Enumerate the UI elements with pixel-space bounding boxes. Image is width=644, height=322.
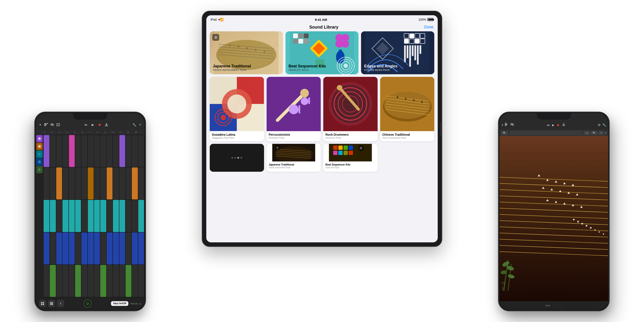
- featured-card-japanese[interactable]: ⚙ Japanese Traditional TOUCH INSTRUMENT …: [210, 31, 283, 74]
- beat-cell[interactable]: [75, 232, 81, 264]
- beat-cell[interactable]: [132, 135, 138, 167]
- beat-cell[interactable]: [69, 168, 75, 200]
- pack-card-rock[interactable]: Rock Drummers Drummer Pack: [323, 77, 378, 141]
- koto-play[interactable]: ▶: [552, 124, 554, 127]
- zoom-in-button[interactable]: 🔍: [591, 131, 598, 135]
- beat-cell[interactable]: [138, 265, 144, 297]
- koto-instrument[interactable]: 竹 音: [500, 136, 608, 301]
- beat-cell[interactable]: [94, 265, 100, 297]
- koto-gear-icon[interactable]: ⚙: [598, 123, 601, 127]
- beat-cell[interactable]: [88, 232, 94, 264]
- pack-card-percussionists[interactable]: Percussionists Drummer Pack: [266, 77, 321, 141]
- beat-cell[interactable]: [81, 135, 87, 167]
- track-view-icon[interactable]: ▾: [38, 122, 42, 127]
- beat-cell[interactable]: [126, 168, 132, 200]
- beat-cell[interactable]: [81, 265, 87, 297]
- beat-cell[interactable]: [100, 200, 106, 232]
- featured-card-beat[interactable]: Beat Sequencer Kits DRUM KIT PACK: [286, 31, 359, 74]
- track-label-4[interactable]: [36, 158, 43, 166]
- beat-cell[interactable]: [81, 232, 87, 264]
- beat-cell[interactable]: [50, 232, 56, 264]
- beat-cell[interactable]: [75, 135, 81, 167]
- beat-cell[interactable]: [75, 168, 81, 200]
- wrench-icon[interactable]: 🔧: [132, 122, 136, 127]
- rewind-button[interactable]: ⏮: [84, 122, 88, 127]
- beat-cell[interactable]: [107, 168, 112, 200]
- beat-cell[interactable]: [88, 200, 94, 232]
- power-button[interactable]: ⏻: [84, 300, 92, 308]
- beat-cell[interactable]: [44, 200, 49, 232]
- beat-cell[interactable]: [69, 265, 75, 297]
- track-label-2[interactable]: [36, 143, 43, 150]
- pack-card-beat2[interactable]: ⚙ Beat Sequencer Kits Drum Kit Pack: [323, 144, 378, 172]
- beat-cell[interactable]: [107, 232, 112, 264]
- track-label-1[interactable]: [36, 135, 43, 142]
- beat-cell[interactable]: [88, 168, 94, 200]
- beat-cell[interactable]: [56, 232, 62, 264]
- beat-cell[interactable]: [126, 265, 132, 297]
- beat-cell[interactable]: [81, 168, 87, 200]
- loop-range-button[interactable]: ♡: [599, 131, 604, 135]
- koto-ruler-add[interactable]: +: [605, 131, 606, 134]
- metronome-button[interactable]: [104, 122, 108, 127]
- beat-cell[interactable]: [138, 135, 144, 167]
- beat-cell[interactable]: [119, 265, 125, 297]
- koto-back-icon[interactable]: ▾: [502, 124, 503, 127]
- beat-cell[interactable]: [88, 265, 94, 297]
- beat-cell[interactable]: [138, 232, 144, 264]
- beat-cell[interactable]: [56, 265, 62, 297]
- beat-cell[interactable]: [81, 200, 87, 232]
- koto-eq-icon[interactable]: ≡≡≡: [545, 304, 550, 307]
- beat-cell[interactable]: [113, 265, 119, 297]
- beat-cell[interactable]: [113, 232, 119, 264]
- beat-cell[interactable]: [107, 200, 112, 232]
- info-button[interactable]: ℹ: [57, 300, 64, 307]
- beat-cell[interactable]: [94, 232, 100, 264]
- beat-cell[interactable]: [62, 168, 68, 200]
- beat-cell[interactable]: [44, 168, 49, 200]
- beat-cell[interactable]: [100, 168, 106, 200]
- beat-cell[interactable]: [126, 200, 132, 232]
- beat-cell[interactable]: [94, 168, 100, 200]
- beat-cell[interactable]: [44, 265, 49, 297]
- beat-cell[interactable]: [119, 232, 125, 264]
- scroll-bar[interactable]: [509, 131, 583, 135]
- beat-cell[interactable]: [88, 135, 94, 167]
- beat-cell[interactable]: [69, 135, 75, 167]
- done-button[interactable]: Done: [424, 25, 434, 30]
- pack-card-japanese2[interactable]: ⚙ Japanese Traditional Touch Instrument …: [266, 144, 321, 172]
- record-button[interactable]: ⏺: [98, 122, 102, 127]
- beat-cell[interactable]: [138, 168, 144, 200]
- beat-cell[interactable]: [56, 168, 62, 200]
- beat-cell[interactable]: [69, 200, 75, 232]
- beat-cell[interactable]: [50, 265, 56, 297]
- step-on-off-button[interactable]: Step On/Off: [111, 301, 128, 306]
- settings-icon[interactable]: ⚙: [212, 34, 219, 41]
- beat-cell[interactable]: [75, 265, 81, 297]
- beat-cell[interactable]: [62, 135, 68, 167]
- beat-cell[interactable]: [69, 232, 75, 264]
- beat-cell[interactable]: [107, 265, 112, 297]
- track-label-3[interactable]: [36, 150, 43, 158]
- beat-cell[interactable]: [132, 265, 138, 297]
- koto-mixer-icon[interactable]: [510, 123, 514, 127]
- add-track-icon[interactable]: +: [138, 122, 142, 127]
- beat-cell[interactable]: [56, 135, 62, 167]
- koto-metronome[interactable]: [562, 123, 565, 127]
- beat-cell[interactable]: [56, 200, 62, 232]
- beat-cell[interactable]: [126, 135, 132, 167]
- pad-view-button[interactable]: [48, 300, 55, 307]
- beat-cell[interactable]: [100, 232, 106, 264]
- koto-wrench-icon[interactable]: 🔧: [602, 123, 606, 127]
- zoom-out-button[interactable]: 🔍: [501, 131, 508, 135]
- beat-cell[interactable]: [107, 135, 112, 167]
- play-button[interactable]: ▶: [90, 122, 95, 127]
- velocity-control[interactable]: Velocity ▲: [130, 302, 142, 305]
- beat-cell[interactable]: [50, 200, 56, 232]
- pack-card-chinese[interactable]: Chinese Traditional Touch Instrument Pac…: [380, 77, 434, 141]
- track-icon[interactable]: [44, 122, 48, 127]
- koto-settings-bottom[interactable]: · · · · ·: [555, 304, 562, 307]
- tablet-home-button[interactable]: [440, 122, 442, 135]
- featured-card-edges[interactable]: Edges and Angles FUTURE BASS PACK: [361, 31, 434, 74]
- beat-cell[interactable]: [94, 135, 100, 167]
